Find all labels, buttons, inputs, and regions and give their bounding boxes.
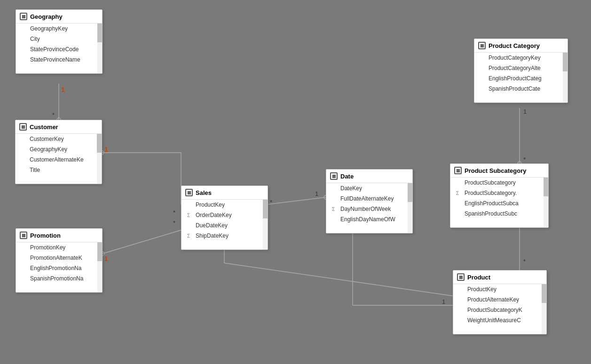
sales-field-1: ProductKey <box>181 200 268 210</box>
promotion-field-1: PromotionKey <box>16 242 102 253</box>
promotion-body[interactable]: PromotionKey PromotionAlternateK English… <box>16 242 102 292</box>
promotion-field-2: PromotionAlternateK <box>16 253 102 263</box>
geography-table-icon: ▦ <box>20 13 27 20</box>
prodcat-field-fade <box>474 94 567 102</box>
sales-field-3: DueDateKey <box>181 220 268 231</box>
customer-table-icon: ▦ <box>19 123 27 131</box>
date-field-3: Σ DayNumberOfWeek <box>326 204 412 214</box>
sales-table: ▦ Sales ProductKey Σ OrderDateKey DueDat… <box>181 186 268 250</box>
product-category-title: Product Category <box>489 42 540 49</box>
product-body[interactable]: ProductKey ProductAlternateKey ProductSu… <box>453 284 546 334</box>
geography-field-3: StateProvinceCode <box>16 44 102 54</box>
geo-customer-label-1: 1 <box>61 86 65 93</box>
geo-customer-label-star: * <box>52 111 55 118</box>
date-body[interactable]: DateKey FullDateAlternateKey Σ DayNumber… <box>326 183 412 233</box>
customer-field-4: Title <box>16 165 102 175</box>
product-category-body[interactable]: ProductCategoryKey ProductCategoryAlte E… <box>474 53 567 102</box>
date-header: ▦ Date <box>326 170 412 183</box>
sales-title: Sales <box>196 189 212 196</box>
product-field-1: ProductKey <box>453 284 546 294</box>
date-table: ▦ Date DateKey FullDateAlternateKey Σ Da… <box>326 169 413 233</box>
diagram-canvas: 1 * 1 * 1 * * 1 1 * 1 * 1 ▦ Geography Ge… <box>0 0 591 364</box>
product-subcategory-title: Product Subcategory <box>465 167 526 174</box>
sales-product-label-1: 1 <box>442 298 445 305</box>
prodcat-prodsubcat-label-1: 1 <box>523 108 527 115</box>
prodcat-field-2: ProductCategoryAlte <box>474 63 567 73</box>
date-field-2: FullDateAlternateKey <box>326 194 412 204</box>
geography-field-2: City <box>16 34 102 44</box>
product-subcategory-body[interactable]: ProductSubcategory Σ ProductSubcategory.… <box>450 178 548 227</box>
product-category-header: ▦ Product Category <box>474 39 567 53</box>
prodsubcat-prod-label-star: * <box>523 258 526 265</box>
customer-table: ▦ Customer CustomerKey GeographyKey Cust… <box>15 120 102 184</box>
prodsubcat-field-1: ProductSubcategory <box>450 178 548 188</box>
prodsubcat-field-2: Σ ProductSubcategory. <box>450 188 548 198</box>
customer-sales-label-star: * <box>173 209 175 216</box>
customer-field-fade <box>16 175 102 184</box>
prodcat-prodsubcat-label-star: * <box>523 156 526 163</box>
promotion-title: Promotion <box>30 232 61 239</box>
sales-date-label-1: 1 <box>315 190 318 197</box>
prodsubcat-field-3: EnglishProductSubca <box>450 198 548 209</box>
promotion-sales-label-1: 1 <box>104 255 108 263</box>
promotion-sales-label-star: * <box>173 219 175 226</box>
customer-field-2: GeographyKey <box>16 144 102 155</box>
product-category-table: ▦ Product Category ProductCategoryKey Pr… <box>474 39 568 103</box>
customer-field-3: CustomerAlternateKe <box>16 155 102 165</box>
geography-table: ▦ Geography GeographyKey City StateProvi… <box>16 9 102 74</box>
customer-sales-label-1: 1 <box>104 146 108 153</box>
customer-body[interactable]: CustomerKey GeographyKey CustomerAlterna… <box>16 134 102 184</box>
product-header: ▦ Product <box>453 271 546 284</box>
product-table-icon: ▦ <box>457 273 465 281</box>
date-title: Date <box>340 173 354 180</box>
prodcat-field-4: SpanishProductCate <box>474 84 567 94</box>
prodsubcat-field-4: SpanishProductSubc <box>450 209 548 219</box>
sales-field-fade <box>181 241 268 249</box>
svg-line-6 <box>102 230 181 254</box>
customer-title: Customer <box>30 124 58 131</box>
geography-field-1: GeographyKey <box>16 23 102 34</box>
sales-date-label-star: * <box>270 199 272 206</box>
product-field-3: ProductSubcategoryK <box>453 305 546 315</box>
date-field-4: EnglishDayNameOfW <box>326 214 412 225</box>
customer-field-1: CustomerKey <box>16 134 102 144</box>
date-field-fade <box>326 225 412 233</box>
sales-field-2: Σ OrderDateKey <box>181 210 268 220</box>
geography-field-fade <box>16 65 102 73</box>
promotion-field-fade <box>16 284 102 292</box>
product-field-2: ProductAlternateKey <box>453 294 546 305</box>
geography-field-4: StateProvinceName <box>16 54 102 65</box>
product-category-table-icon: ▦ <box>478 42 486 49</box>
product-subcategory-table-icon: ▦ <box>454 167 462 174</box>
customer-header: ▦ Customer <box>16 120 102 134</box>
sales-field-4: Σ ShipDateKey <box>181 231 268 241</box>
prodcat-field-1: ProductCategoryKey <box>474 53 567 63</box>
product-subcategory-table: ▦ Product Subcategory ProductSubcategory… <box>450 163 549 228</box>
geography-title: Geography <box>30 13 63 20</box>
date-table-icon: ▦ <box>330 172 338 180</box>
promotion-header: ▦ Promotion <box>16 229 102 242</box>
sales-body[interactable]: ProductKey Σ OrderDateKey DueDateKey Σ S… <box>181 200 268 249</box>
promotion-field-4: SpanishPromotionNa <box>16 273 102 284</box>
promotion-field-3: EnglishPromotionNa <box>16 263 102 273</box>
promotion-table: ▦ Promotion PromotionKey PromotionAltern… <box>16 228 102 293</box>
geography-header: ▦ Geography <box>16 10 102 23</box>
sales-table-icon: ▦ <box>185 189 193 196</box>
sales-header: ▦ Sales <box>181 186 268 200</box>
promotion-table-icon: ▦ <box>20 232 27 239</box>
prodsubcat-field-fade <box>450 219 548 227</box>
geography-body[interactable]: GeographyKey City StateProvinceCode Stat… <box>16 23 102 73</box>
product-field-4: WeightUnitMeasureC <box>453 315 546 325</box>
date-field-1: DateKey <box>326 183 412 194</box>
product-subcategory-header: ▦ Product Subcategory <box>450 164 548 178</box>
product-table: ▦ Product ProductKey ProductAlternateKey… <box>453 270 547 334</box>
product-field-fade <box>453 325 546 334</box>
prodcat-field-3: EnglishProductCateg <box>474 73 567 84</box>
svg-line-18 <box>224 263 453 296</box>
svg-line-8 <box>268 197 326 204</box>
product-title: Product <box>467 274 490 281</box>
